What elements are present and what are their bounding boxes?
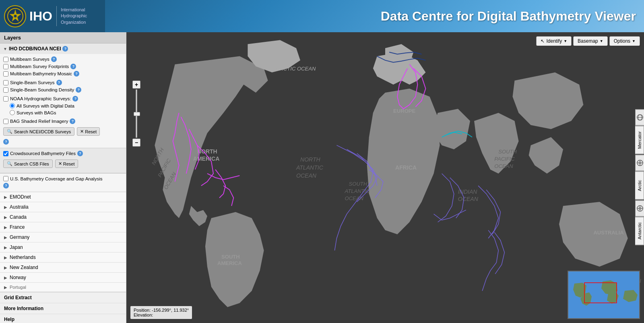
map-toolbar: ↖ Identify ▼ Basemap ▼ Options ▼ bbox=[536, 36, 640, 46]
svg-text:ARCTIC OCEAN: ARCTIC OCEAN bbox=[276, 66, 316, 72]
canada-item[interactable]: ▶ Canada bbox=[0, 212, 126, 222]
csb-search-row: 🔍 Search CSB Files ✕ Reset bbox=[3, 157, 123, 170]
noaa-hydro-help[interactable]: ? bbox=[72, 96, 78, 101]
us-bathymetry-checkbox[interactable] bbox=[3, 176, 8, 181]
help-link[interactable]: Help bbox=[0, 314, 126, 323]
antarctic-icon-tab[interactable] bbox=[635, 201, 644, 217]
netherlands-item[interactable]: ▶ Netherlands bbox=[0, 253, 126, 263]
svg-text:AMERICA: AMERICA bbox=[217, 260, 242, 266]
zoom-out-button[interactable]: − bbox=[132, 139, 140, 147]
portugal-arrow: ▶ bbox=[4, 285, 7, 290]
norway-item[interactable]: ▶ Norway bbox=[0, 273, 126, 283]
minimap[interactable] bbox=[568, 271, 640, 319]
svg-text:OCEAN: OCEAN bbox=[345, 195, 364, 201]
identify-button[interactable]: ↖ Identify ▼ bbox=[536, 36, 572, 46]
grid-extract-link[interactable]: Grid Extract bbox=[0, 292, 126, 303]
single-beam-surveys-help[interactable]: ? bbox=[56, 80, 62, 85]
iho-dcdb-group-header[interactable]: ▼ IHO DCDB/NOAA NCEI ? bbox=[0, 43, 126, 54]
single-beam-surveys-checkbox[interactable] bbox=[3, 80, 8, 85]
multibeam-surveys-checkbox[interactable] bbox=[3, 57, 8, 62]
all-surveys-radio[interactable] bbox=[10, 103, 15, 108]
zoom-slider-track[interactable] bbox=[136, 89, 137, 138]
more-information-link[interactable]: More Information bbox=[0, 303, 126, 314]
svg-text:ATLANTIC: ATLANTIC bbox=[345, 188, 370, 194]
canada-arrow: ▶ bbox=[4, 215, 7, 219]
logo-area: IHO International Hydrographic Organizat… bbox=[0, 0, 105, 32]
reset-ncei-button[interactable]: ✕ Reset bbox=[77, 127, 100, 136]
japan-item[interactable]: ▶ Japan bbox=[0, 242, 126, 253]
france-arrow: ▶ bbox=[4, 225, 7, 230]
svg-text:ATLANTIC: ATLANTIC bbox=[296, 164, 324, 171]
emodnet-item[interactable]: ▶ EMODnet bbox=[0, 192, 126, 202]
layers-header: Layers bbox=[0, 32, 126, 43]
germany-label: Germany bbox=[10, 234, 29, 240]
noaa-hydro-checkbox[interactable] bbox=[3, 96, 8, 101]
surveys-bags-radio[interactable] bbox=[10, 110, 15, 115]
zoom-in-button[interactable]: + bbox=[132, 81, 140, 89]
options-button[interactable]: Options ▼ bbox=[609, 36, 640, 46]
search-csb-button[interactable]: 🔍 Search CSB Files bbox=[3, 159, 53, 168]
surveys-bags-item: Surveys with BAGs bbox=[3, 109, 123, 116]
svg-text:AMERICA: AMERICA bbox=[193, 155, 220, 162]
world-map: NORTH PACIFIC OCEAN NORTH ATLANTIC OCEAN… bbox=[126, 32, 644, 323]
reset-csb-x-icon: ✕ bbox=[58, 161, 62, 166]
options-dropdown-icon: ▼ bbox=[632, 39, 636, 43]
multibeam-surveys-help[interactable]: ? bbox=[51, 56, 57, 62]
basemap-label: Basemap bbox=[578, 38, 598, 44]
new-zealand-label: New Zealand bbox=[10, 265, 38, 270]
multibeam-mosaic-help[interactable]: ? bbox=[74, 71, 79, 77]
arctic-icon-tab[interactable] bbox=[635, 155, 644, 171]
map-position-info: Position: -156.299°, 11.932° Elevation: bbox=[130, 306, 192, 319]
new-zealand-item[interactable]: ▶ New Zealand bbox=[0, 263, 126, 273]
antarctic-tab[interactable]: Antarctic bbox=[635, 217, 644, 245]
country-groups-list: ▶ EMODnet ▶ Australia ▶ Canada ▶ France … bbox=[0, 192, 126, 292]
bag-shaded-checkbox[interactable] bbox=[3, 119, 8, 124]
australia-item[interactable]: ▶ Australia bbox=[0, 202, 126, 212]
csb-files-checkbox[interactable] bbox=[3, 151, 8, 156]
bag-shaded-help[interactable]: ? bbox=[70, 118, 75, 124]
basemap-button[interactable]: Basemap ▼ bbox=[573, 36, 608, 46]
germany-arrow: ▶ bbox=[4, 235, 7, 240]
csb-files-help[interactable]: ? bbox=[77, 151, 83, 156]
globe-icon-tab[interactable] bbox=[635, 110, 644, 126]
iho-abbreviation: IHO bbox=[29, 9, 52, 24]
us-bathymetry-help-row: ? bbox=[3, 182, 123, 189]
iho-dcdb-help-icon[interactable]: ? bbox=[62, 46, 68, 52]
portugal-item[interactable]: ▶ Portugal bbox=[0, 283, 126, 292]
search-ncei-label: Search NCEI/DCDB Surveys bbox=[14, 129, 71, 134]
single-beam-surveys-label: Single-Beam Surveys bbox=[10, 80, 55, 85]
header-title-area: Data Centre for Digital Bathymetry Viewe… bbox=[105, 9, 644, 24]
mercator-tab[interactable]: Mercator bbox=[635, 126, 644, 154]
multibeam-footprints-help[interactable]: ? bbox=[70, 64, 76, 69]
svg-text:EUROPE: EUROPE bbox=[393, 108, 415, 114]
single-beam-density-checkbox[interactable] bbox=[3, 87, 8, 93]
emodnet-arrow: ▶ bbox=[4, 195, 7, 199]
app-title: Data Centre for Digital Bathymetry Viewe… bbox=[381, 9, 636, 24]
netherlands-label: Netherlands bbox=[10, 255, 36, 260]
single-beam-density-help[interactable]: ? bbox=[76, 87, 81, 93]
iho-dcdb-group-content: Multibeam Surveys ? Multibeam Survey Foo… bbox=[0, 54, 126, 148]
map-area[interactable]: NORTH PACIFIC OCEAN NORTH ATLANTIC OCEAN… bbox=[126, 32, 644, 323]
us-bathymetry-help[interactable]: ? bbox=[3, 183, 9, 188]
multibeam-footprints-checkbox[interactable] bbox=[3, 64, 8, 69]
us-bathymetry-group: U.S. Bathymetry Coverage and Gap Analysi… bbox=[0, 174, 126, 192]
multibeam-mosaic-item: Multibeam Bathymetry Mosaic ? bbox=[3, 70, 123, 77]
iho-full-name: International Hydrographic Organization bbox=[61, 7, 101, 25]
emodnet-label: EMODnet bbox=[10, 194, 31, 200]
antarctic-label: Antarctic bbox=[637, 222, 642, 240]
position-coords: -156.299°, 11.932° bbox=[152, 308, 189, 313]
grid-extract-label: Grid Extract bbox=[4, 295, 32, 300]
search-ncei-button[interactable]: 🔍 Search NCEI/DCDB Surveys bbox=[3, 127, 74, 136]
germany-item[interactable]: ▶ Germany bbox=[0, 232, 126, 242]
svg-text:SOUTH: SOUTH bbox=[498, 149, 517, 155]
ncei-extra-help[interactable]: ? bbox=[3, 139, 9, 145]
reset-csb-button[interactable]: ✕ Reset bbox=[55, 159, 78, 168]
france-item[interactable]: ▶ France bbox=[0, 222, 126, 232]
iho-emblem bbox=[4, 5, 26, 27]
svg-text:AUSTRALIA: AUSTRALIA bbox=[593, 230, 624, 236]
australia-arrow: ▶ bbox=[4, 205, 7, 209]
all-surveys-item: All Surveys with Digital Data bbox=[3, 102, 123, 109]
multibeam-mosaic-checkbox[interactable] bbox=[3, 71, 8, 77]
arctic-tab[interactable]: Arctic bbox=[635, 172, 644, 200]
zoom-slider-thumb[interactable] bbox=[134, 112, 140, 116]
